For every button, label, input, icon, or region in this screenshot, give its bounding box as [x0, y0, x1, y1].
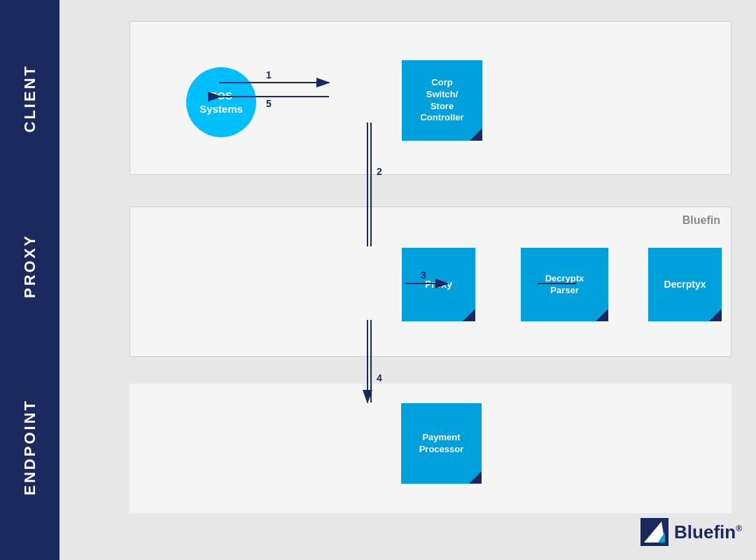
decrptyx-node: Decrptyx	[648, 248, 722, 321]
zone-endpoint: Payment Processor	[130, 384, 732, 513]
main-content: POS Systems Corp Switch/ Store Controlle…	[59, 0, 756, 560]
bluefin-zone-label: Bluefin	[682, 214, 720, 227]
payment-processor-node: Payment Processor	[401, 403, 482, 484]
bluefin-logo-text: Bluefin®	[674, 522, 742, 543]
sidebar-label-proxy: PROXY	[21, 234, 39, 298]
corp-switch-node: Corp Switch/ Store Controller	[402, 60, 482, 141]
proxy-node: Proxy	[402, 248, 475, 321]
arrow-label-4: 4	[377, 372, 382, 384]
pos-systems-node: POS Systems	[186, 67, 256, 137]
decryptx-parser-node: Decryptx Parser	[521, 248, 608, 321]
sidebar-label-client: CLIENT	[21, 64, 39, 132]
zone-proxy: Bluefin Proxy Decryptx Parser Decrptyx	[130, 206, 732, 357]
zone-client: POS Systems Corp Switch/ Store Controlle…	[130, 21, 732, 175]
sidebar-label-endpoint: ENDPOINT	[21, 399, 39, 496]
bluefin-logo-icon	[640, 518, 668, 546]
bluefin-logo: Bluefin®	[640, 518, 742, 546]
sidebar: CLIENT PROXY ENDPOINT	[0, 0, 59, 560]
